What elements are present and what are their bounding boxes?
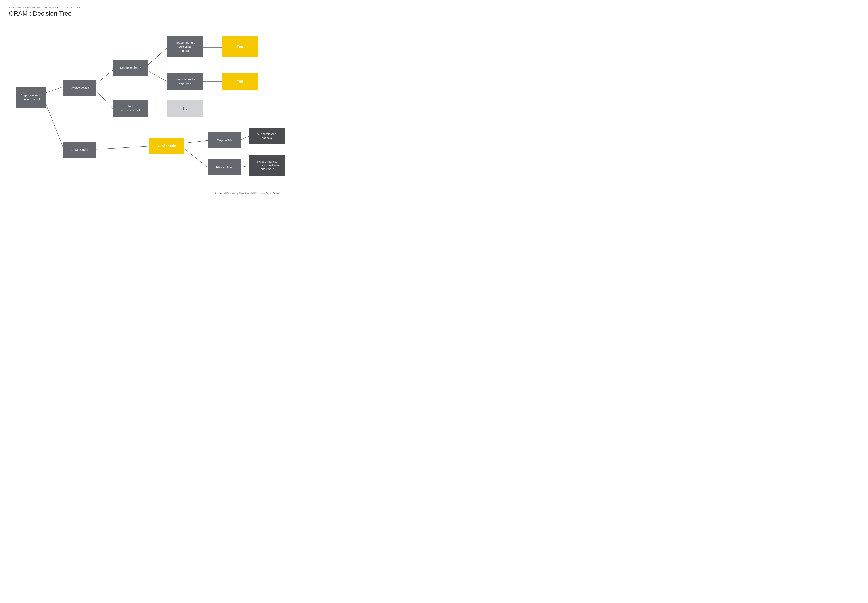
node-financial: Financial sector exposure (167, 73, 203, 90)
node-household: Household and corporate exposure (167, 36, 203, 57)
node-yes-include: YES/Include (149, 138, 184, 154)
svg-line-3 (95, 90, 113, 109)
node-crypto: Crypto assets in the economy? (16, 87, 46, 108)
subtitle: ASSESSING MACROFINANCIAL RISKS FROM CRYP… (9, 6, 280, 9)
svg-line-13 (239, 166, 249, 167)
node-incl-financial: Include financial sector surveillance an… (249, 155, 285, 176)
node-legal: Legal tender (63, 142, 96, 158)
main-title: CRAM : Decision Tree (9, 10, 280, 17)
svg-line-0 (45, 87, 63, 93)
svg-line-9 (95, 146, 149, 150)
page: ASSESSING MACROFINANCIAL RISKS FROM CRYP… (0, 0, 289, 201)
svg-line-4 (147, 48, 167, 66)
svg-line-12 (239, 136, 249, 141)
svg-line-11 (183, 148, 208, 167)
node-yes1: Yes (222, 36, 258, 57)
node-no: No (167, 100, 203, 117)
node-not-macro: Not macro-critical? (113, 100, 148, 117)
diagram-area: Crypto assets in the economy? Private as… (9, 24, 280, 189)
svg-line-2 (95, 70, 113, 85)
svg-line-1 (45, 102, 63, 148)
svg-line-5 (147, 70, 167, 82)
node-fi-hold: FIs can hold (209, 159, 241, 175)
node-yes2: Yes (222, 73, 258, 90)
node-macro: Macro-critical? (113, 60, 148, 76)
svg-line-10 (183, 141, 208, 143)
node-private: Private asset (63, 80, 96, 96)
node-all-sectors: All sectors excl. financial (249, 128, 285, 144)
node-cap-fi: Cap on FIs (209, 132, 241, 148)
source-citation: Source: IMF "Assessing Macrofinancial Ri… (214, 192, 280, 195)
